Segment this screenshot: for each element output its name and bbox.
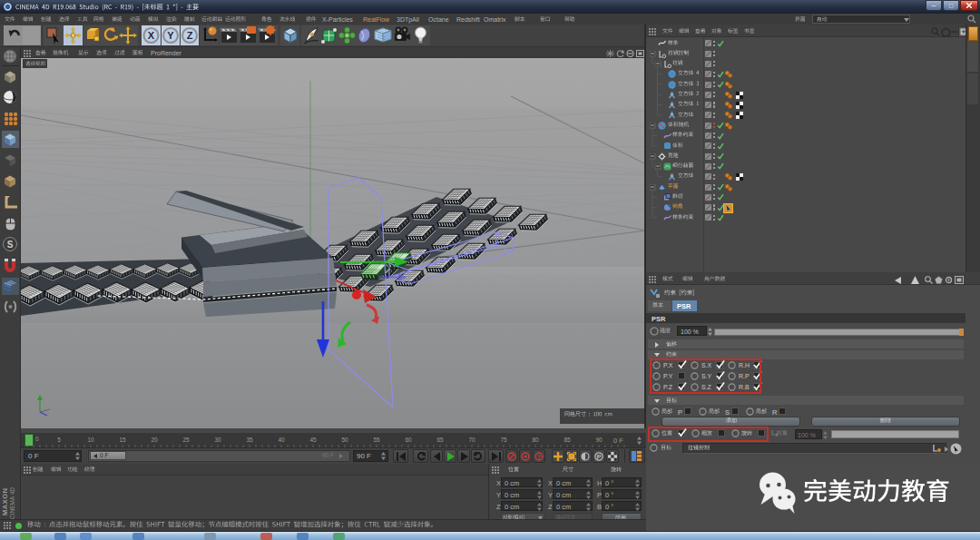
svg-text:50: 50	[341, 437, 348, 443]
svg-text:Y: Y	[167, 30, 174, 41]
svg-text:85: 85	[564, 437, 571, 443]
svg-text:P: P	[596, 452, 601, 460]
svg-text:90: 90	[595, 437, 603, 443]
svg-text:5: 5	[57, 437, 61, 443]
svg-text:65: 65	[436, 437, 444, 443]
svg-text:25: 25	[182, 437, 190, 443]
svg-text:45: 45	[309, 437, 317, 443]
svg-text:10: 10	[87, 437, 94, 443]
svg-text:?: ?	[537, 453, 541, 459]
svg-text:70: 70	[468, 437, 475, 443]
svg-text:40: 40	[278, 437, 285, 443]
svg-text:Z: Z	[187, 30, 193, 41]
svg-text:35: 35	[246, 437, 253, 443]
svg-text:80: 80	[532, 437, 539, 443]
svg-text:75: 75	[500, 437, 507, 443]
svg-text:S: S	[7, 240, 14, 250]
svg-text:30: 30	[214, 437, 221, 443]
svg-text:15: 15	[119, 437, 126, 443]
svg-text:60: 60	[405, 437, 412, 443]
svg-text:55: 55	[373, 437, 380, 443]
svg-text:20: 20	[151, 437, 158, 443]
svg-text:X: X	[148, 30, 155, 41]
